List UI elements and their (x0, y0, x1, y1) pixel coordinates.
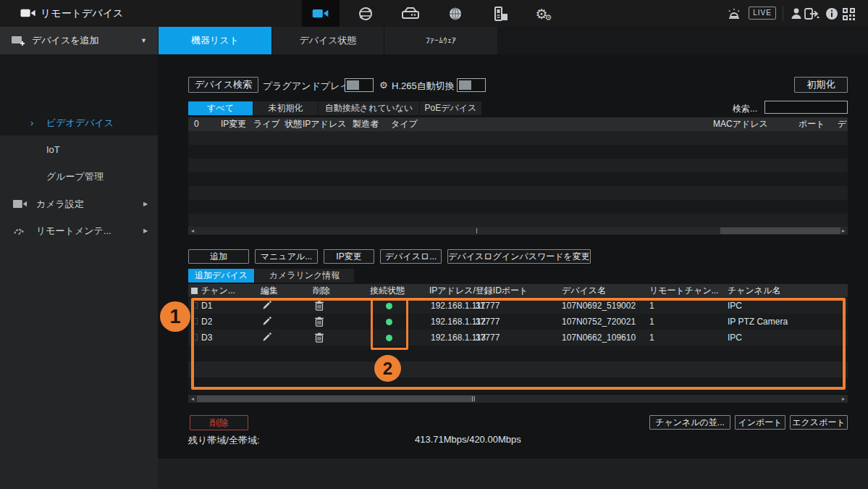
alarm-icon[interactable] (725, 5, 743, 22)
col-device-name: デバイス名 (562, 284, 606, 298)
device-name-cell: 107N0662_109610 (562, 330, 636, 346)
empty-row (188, 131, 848, 145)
col-manufacturer: 製造者 (353, 117, 379, 131)
search-input[interactable] (764, 101, 848, 114)
toggle-knob (347, 80, 359, 90)
empty-row (188, 214, 848, 227)
tab-device-list[interactable]: 機器リスト (158, 27, 271, 54)
tab-camera-link-info[interactable]: カメラリンク情報 (255, 269, 355, 283)
added-table-scrollbar[interactable]: ◂ ▸ (188, 395, 848, 403)
channel-name-cell: IPC (728, 298, 742, 314)
port-cell: 37777 (476, 330, 500, 346)
scroll-left-icon[interactable]: ◂ (188, 395, 197, 403)
tab-added-device[interactable]: 追加デバイス (188, 269, 255, 283)
filter-tab-uninitialized[interactable]: 未初期化 (253, 101, 319, 115)
select-all-checkbox[interactable] (191, 288, 198, 294)
import-button[interactable]: インポート (735, 415, 785, 430)
export-button[interactable]: エクスポート (790, 415, 848, 430)
col-status: 状態 (285, 117, 302, 131)
delete-button[interactable]: 削除 (190, 415, 248, 430)
tab-firmware[interactable]: ﾌｧｰﾑｳｪｱ (384, 27, 497, 54)
sidebar-item-label: IoT (46, 140, 60, 160)
edit-pencil-icon[interactable] (262, 333, 271, 342)
sidebar-item-remote-maintenance[interactable]: リモートメンテ... ▶ (0, 221, 158, 241)
qr-code-icon[interactable] (840, 5, 857, 22)
delete-trash-icon[interactable] (315, 333, 324, 343)
nav-camera-active-block[interactable] (302, 0, 340, 27)
filter-tab-all[interactable]: すべて (188, 101, 253, 115)
channel-name-cell: IPC (728, 330, 742, 346)
delete-trash-icon[interactable] (315, 301, 324, 311)
live-button[interactable]: LIVE (749, 7, 776, 20)
scroll-left-icon[interactable]: ◂ (188, 227, 197, 235)
edit-pencil-icon[interactable] (262, 301, 271, 310)
device-login-button[interactable]: デバイスロ... (380, 249, 442, 264)
channel-name-cell: IP PTZ Camera (728, 314, 788, 330)
initialize-button[interactable]: 初期化 (794, 77, 848, 93)
add-device-menu[interactable]: デバイスを追加 ▼ (0, 27, 158, 54)
plug-and-play-label: プラグアンドプレイ (263, 80, 350, 93)
col-channel: チャン... (201, 284, 235, 298)
discover-table-scrollbar[interactable]: ◂ ▸ (188, 227, 848, 235)
settings-gears-icon[interactable]: ⚙⚙ (536, 5, 554, 22)
device-name-cell: 107N0692_519002 (562, 298, 636, 314)
page-title: リモートデバイス (41, 0, 123, 27)
scrollbar-grip (474, 396, 475, 401)
remote-channel-cell: 1 (649, 330, 654, 346)
user-icon[interactable] (788, 5, 805, 22)
chevron-down-icon: ▼ (140, 37, 147, 44)
ip-change-button[interactable]: IP変更 (324, 249, 374, 264)
add-button[interactable]: 追加 (188, 249, 249, 264)
storage-disk-icon[interactable] (402, 5, 419, 22)
device-search-button[interactable]: デバイス検索 (188, 77, 258, 93)
manual-add-button[interactable]: マニュアル... (255, 249, 318, 264)
col-ip-port: IPアドレス/登録IDポート (429, 284, 528, 298)
table-row[interactable]: D2 192.168.1.112 37777 107N0752_720021 1… (188, 314, 848, 330)
camera-icon (13, 199, 28, 209)
tab-device-status[interactable]: デバイス状態 (271, 27, 384, 54)
delete-trash-icon[interactable] (315, 317, 324, 327)
empty-row (188, 186, 848, 200)
account-server-icon[interactable] (492, 5, 510, 22)
filter-tab-not-auto-connected[interactable]: 自動接続されていない (319, 101, 420, 115)
col-remote-channel: リモートチャン... (649, 284, 719, 298)
sidebar-item-camera-settings[interactable]: カメラ設定 ▶ (0, 194, 158, 214)
col-ip-change: IP変更 (221, 117, 246, 131)
scroll-right-icon[interactable]: ▸ (839, 395, 848, 403)
change-device-login-password-button[interactable]: デバイスログインパスワードを変更 (447, 249, 591, 264)
logout-icon[interactable] (804, 5, 821, 22)
col-port: ポート (799, 117, 825, 131)
channel-cell: D2 (201, 314, 212, 330)
status-online-dot (386, 319, 392, 325)
info-icon[interactable] (823, 5, 840, 22)
scrollbar-thumb[interactable] (720, 227, 840, 234)
bandwidth-value: 413.71Mbps/420.00Mbps (415, 434, 521, 445)
row-checkbox[interactable] (191, 302, 198, 309)
row-checkbox[interactable] (191, 334, 198, 340)
sidebar-item-video-device[interactable]: › ビデオデバイス (0, 113, 158, 133)
web-service-globe-icon[interactable] (447, 5, 464, 22)
filter-tab-poe-device[interactable]: PoEデバイス (420, 101, 482, 115)
h265-auto-switch-toggle[interactable] (457, 78, 486, 92)
empty-row (188, 159, 848, 172)
topbar-divider (783, 6, 783, 20)
network-globe-icon[interactable] (357, 5, 374, 22)
camera-plus-icon (12, 35, 28, 47)
plug-and-play-toggle[interactable] (345, 78, 374, 92)
edit-pencil-icon[interactable] (262, 317, 271, 326)
row-checkbox[interactable] (191, 318, 198, 325)
col-type: タイプ (391, 117, 418, 131)
sidebar-item-label: グループ管理 (46, 167, 104, 187)
sidebar-item-iot[interactable]: IoT (0, 140, 158, 160)
col-connection-status: 接続状態 (370, 284, 405, 298)
arrange-channels-button[interactable]: チャンネルの並... (649, 415, 730, 430)
scrollbar-grip (476, 228, 477, 233)
caret-right-icon: ▶ (143, 194, 148, 214)
remote-device-screen: リモートデバイス ⚙⚙ LIVE (0, 0, 868, 489)
scrollbar-thumb[interactable] (197, 396, 474, 402)
sidebar-item-group-management[interactable]: グループ管理 (0, 167, 158, 187)
annotation-step-1: 1 (160, 301, 190, 332)
table-row[interactable]: D3 192.168.1.113 37777 107N0662_109610 1… (188, 330, 848, 346)
col-truncated: デ (838, 117, 846, 131)
table-row[interactable]: D1 192.168.1.111 37777 107N0692_519002 1… (188, 298, 848, 314)
